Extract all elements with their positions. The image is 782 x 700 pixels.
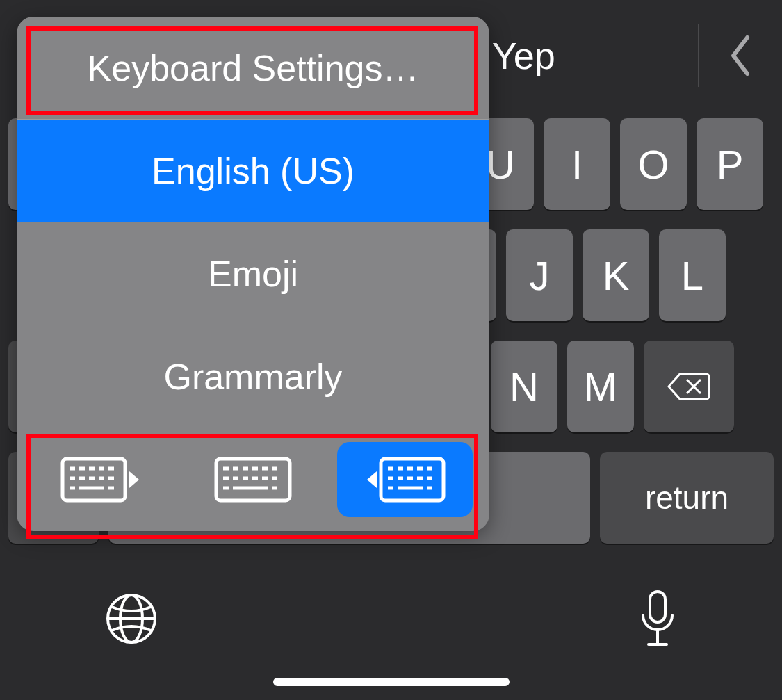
collapse-suggestions[interactable] xyxy=(699,33,782,78)
keyboard-option-label: English (US) xyxy=(152,150,355,192)
svg-rect-5 xyxy=(650,592,665,622)
keyboard-option-grammarly[interactable]: Grammarly xyxy=(17,325,489,428)
dictation-button[interactable] xyxy=(637,589,678,649)
dock-right-button[interactable] xyxy=(337,442,473,517)
globe-icon xyxy=(104,592,158,646)
keyboard-switcher-popup: Keyboard Settings… English (US) Emoji Gr… xyxy=(17,17,489,531)
keyboard-dock-left-icon xyxy=(60,455,142,505)
mic-icon xyxy=(637,589,678,649)
key-l[interactable]: L xyxy=(659,229,726,321)
keyboard-option-label: Grammarly xyxy=(163,356,342,398)
svg-marker-22 xyxy=(129,471,139,488)
keyboard-dock-right-icon xyxy=(364,455,446,505)
chevron-left-icon xyxy=(728,33,753,78)
home-indicator[interactable] xyxy=(273,678,510,686)
key-backspace[interactable] xyxy=(644,341,734,432)
keyboard-layout-row xyxy=(17,428,489,531)
key-o[interactable]: O xyxy=(620,118,687,210)
key-k[interactable]: K xyxy=(583,229,649,321)
keyboard-option-label: Emoji xyxy=(208,253,298,295)
key-j[interactable]: J xyxy=(506,229,573,321)
key-m[interactable]: M xyxy=(567,341,634,432)
dock-left-button[interactable] xyxy=(33,442,169,517)
keyboard-settings-label: Keyboard Settings… xyxy=(88,47,419,89)
key-p[interactable]: P xyxy=(697,118,763,210)
backspace-icon xyxy=(666,370,712,403)
keyboard-option-emoji[interactable]: Emoji xyxy=(17,222,489,325)
key-n[interactable]: N xyxy=(491,341,557,432)
globe-button[interactable] xyxy=(104,592,158,646)
key-return[interactable]: return xyxy=(600,452,774,544)
keyboard-full-icon xyxy=(212,455,294,505)
keyboard-option-english[interactable]: English (US) xyxy=(17,120,489,222)
key-i[interactable]: I xyxy=(544,118,610,210)
svg-marker-39 xyxy=(367,471,377,488)
keyboard-settings-item[interactable]: Keyboard Settings… xyxy=(17,17,489,120)
bottom-bar xyxy=(0,570,782,667)
dock-full-button[interactable] xyxy=(186,442,321,517)
